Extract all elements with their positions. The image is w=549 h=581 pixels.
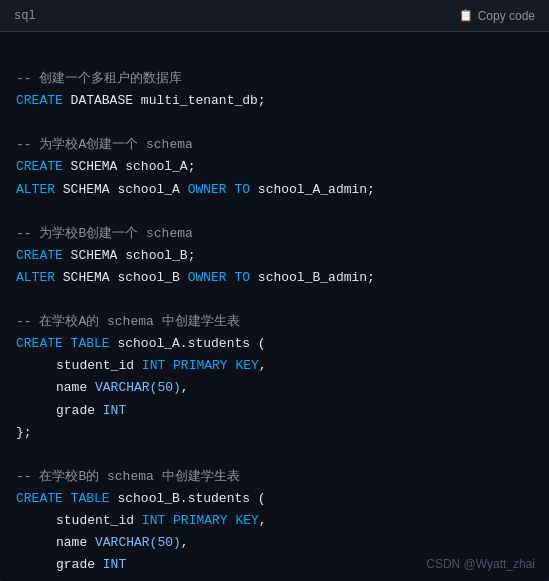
code-line: CREATE TABLE school_A.students ( bbox=[16, 333, 533, 355]
code-body: -- 创建一个多租户的数据库CREATE DATABASE multi_tena… bbox=[0, 32, 549, 581]
code-line: ALTER SCHEMA school_A OWNER TO school_A_… bbox=[16, 179, 533, 201]
code-token: , bbox=[181, 380, 189, 395]
code-token: school_B_admin; bbox=[250, 270, 375, 285]
code-line: CREATE TABLE school_B.students ( bbox=[16, 488, 533, 510]
empty-line bbox=[16, 112, 533, 134]
code-token: CREATE bbox=[16, 93, 63, 108]
code-header: sql 📋 Copy code bbox=[0, 0, 549, 32]
code-token: school_B.students ( bbox=[110, 491, 266, 506]
code-token: SCHEMA school_A; bbox=[63, 159, 196, 174]
code-token: VARCHAR(50) bbox=[95, 535, 181, 550]
code-token: INT bbox=[103, 557, 126, 572]
code-line: CREATE DATABASE multi_tenant_db; bbox=[16, 90, 533, 112]
code-token: INT PRIMARY KEY bbox=[142, 513, 259, 528]
code-line: student_id INT PRIMARY KEY, bbox=[16, 510, 533, 532]
empty-line bbox=[16, 46, 533, 68]
code-line: }; bbox=[16, 422, 533, 444]
copy-button[interactable]: 📋 Copy code bbox=[459, 9, 535, 23]
code-token: ALTER bbox=[16, 270, 55, 285]
code-token: CREATE bbox=[16, 248, 63, 263]
code-line: CREATE SCHEMA school_B; bbox=[16, 245, 533, 267]
code-line: }; bbox=[16, 576, 533, 581]
code-token: grade bbox=[56, 403, 103, 418]
code-token: school_A.students ( bbox=[110, 336, 266, 351]
code-token: DATABASE multi_tenant_db; bbox=[63, 93, 266, 108]
comment-line: -- 创建一个多租户的数据库 bbox=[16, 68, 533, 90]
code-token: school_A_admin; bbox=[250, 182, 375, 197]
code-token: INT bbox=[103, 403, 126, 418]
code-token: SCHEMA school_B bbox=[55, 270, 188, 285]
comment-line: -- 为学校A创建一个 schema bbox=[16, 134, 533, 156]
code-line: name VARCHAR(50), bbox=[16, 532, 533, 554]
comment-line: -- 在学校B的 schema 中创建学生表 bbox=[16, 466, 533, 488]
code-token: VARCHAR(50) bbox=[95, 380, 181, 395]
code-token: name bbox=[56, 535, 95, 550]
code-token: student_id bbox=[56, 513, 142, 528]
code-token: CREATE TABLE bbox=[16, 491, 110, 506]
code-line: name VARCHAR(50), bbox=[16, 377, 533, 399]
code-token: , bbox=[259, 358, 267, 373]
code-line: ALTER SCHEMA school_B OWNER TO school_B_… bbox=[16, 267, 533, 289]
code-token: CREATE bbox=[16, 159, 63, 174]
code-token: OWNER TO bbox=[188, 270, 250, 285]
empty-line bbox=[16, 444, 533, 466]
code-token: INT PRIMARY KEY bbox=[142, 358, 259, 373]
code-block: sql 📋 Copy code -- 创建一个多租户的数据库CREATE DAT… bbox=[0, 0, 549, 581]
code-line: CREATE SCHEMA school_A; bbox=[16, 156, 533, 178]
copy-icon: 📋 bbox=[459, 9, 473, 22]
code-token: ALTER bbox=[16, 182, 55, 197]
code-token: grade bbox=[56, 557, 103, 572]
code-token: SCHEMA school_B; bbox=[63, 248, 196, 263]
code-token: , bbox=[181, 535, 189, 550]
code-token: CREATE TABLE bbox=[16, 336, 110, 351]
code-line: grade INT bbox=[16, 400, 533, 422]
code-token: SCHEMA school_A bbox=[55, 182, 188, 197]
code-token: , bbox=[259, 513, 267, 528]
language-label: sql bbox=[14, 9, 36, 23]
copy-label: Copy code bbox=[478, 9, 535, 23]
comment-line: -- 为学校B创建一个 schema bbox=[16, 223, 533, 245]
code-token: }; bbox=[16, 425, 32, 440]
empty-line bbox=[16, 289, 533, 311]
code-token: student_id bbox=[56, 358, 142, 373]
code-token: OWNER TO bbox=[188, 182, 250, 197]
code-line: student_id INT PRIMARY KEY, bbox=[16, 355, 533, 377]
empty-line bbox=[16, 201, 533, 223]
comment-line: -- 在学校A的 schema 中创建学生表 bbox=[16, 311, 533, 333]
watermark: CSDN @Wyatt_zhai bbox=[426, 557, 535, 571]
code-token: name bbox=[56, 380, 95, 395]
